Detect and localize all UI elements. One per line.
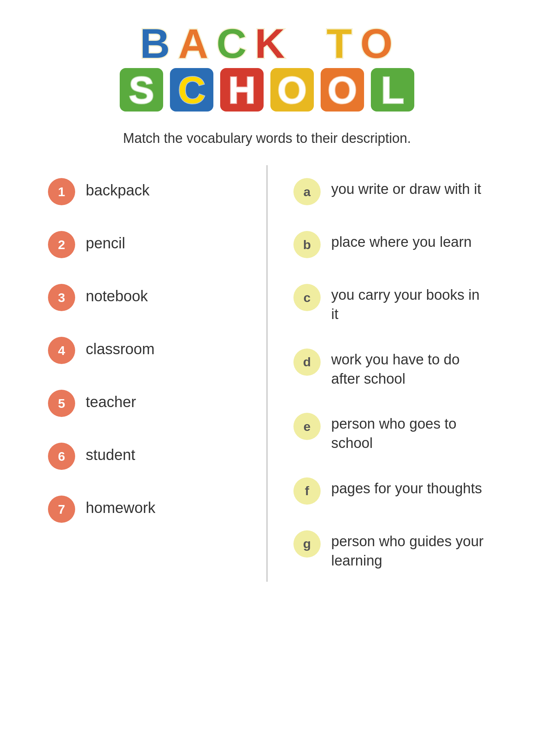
desc-text-e: person who goes to school (331, 411, 486, 453)
vocab-word-5: teacher (86, 388, 136, 411)
desc-item-b: b place where you learn (293, 218, 486, 271)
desc-text-b: place where you learn (331, 229, 472, 252)
desc-item-e: e person who goes to school (293, 400, 486, 465)
title-letter-T: T (327, 23, 353, 64)
let-circle-e: e (293, 413, 321, 440)
vocab-item-6: 6 student (48, 430, 241, 483)
let-circle-c: c (293, 284, 321, 311)
matching-container: 1 backpack 2 pencil 3 notebook 4 classro… (25, 165, 509, 582)
desc-item-g: g person who guides your learning (293, 517, 486, 582)
desc-item-a: a you write or draw with it (293, 165, 486, 218)
let-circle-b: b (293, 231, 321, 258)
let-circle-d: d (293, 349, 321, 376)
desc-item-d: d work you have to do after school (293, 336, 486, 400)
vocab-item-3: 3 notebook (48, 271, 241, 324)
vocab-item-7: 7 homework (48, 483, 241, 536)
title-letter-O: O (360, 23, 394, 64)
num-circle-2: 2 (48, 231, 75, 258)
vocab-column: 1 backpack 2 pencil 3 notebook 4 classro… (25, 165, 263, 582)
desc-item-f: f pages for your thoughts (293, 465, 486, 517)
desc-text-f: pages for your thoughts (331, 476, 482, 498)
vocab-word-4: classroom (86, 335, 154, 358)
title-letter-A: A (178, 23, 210, 64)
num-circle-6: 6 (48, 443, 75, 470)
title-letter-L: L (371, 68, 414, 112)
num-circle-5: 5 (48, 390, 75, 417)
title-letter-S: S (120, 68, 163, 112)
title-letter-H: H (220, 68, 264, 112)
title-letter-O1: O (270, 68, 314, 112)
desc-text-a: you write or draw with it (331, 177, 481, 199)
vocab-word-6: student (86, 441, 135, 463)
vocab-word-1: backpack (86, 177, 150, 199)
vocab-item-4: 4 classroom (48, 324, 241, 377)
vocab-item-5: 5 teacher (48, 377, 241, 430)
title-line2: S C H O O L (120, 68, 414, 112)
desc-text-c: you carry your books in it (331, 282, 486, 324)
vocab-word-7: homework (86, 494, 156, 516)
title-block: B A C K T O S C H O O L (120, 23, 414, 115)
let-circle-a: a (293, 178, 321, 205)
let-circle-g: g (293, 530, 321, 558)
vocab-word-3: notebook (86, 282, 148, 305)
desc-column: a you write or draw with it b place wher… (263, 165, 509, 582)
divider (267, 165, 267, 582)
vocab-item-1: 1 backpack (48, 165, 241, 218)
desc-text-g: person who guides your learning (331, 529, 486, 571)
title-line1: B A C K T O (140, 23, 394, 64)
num-circle-1: 1 (48, 178, 75, 205)
title-letter-space (300, 23, 313, 64)
title-letter-C2: C (170, 68, 213, 112)
subtitle: Match the vocabulary words to their desc… (123, 130, 411, 146)
num-circle-7: 7 (48, 496, 75, 523)
num-circle-4: 4 (48, 337, 75, 364)
let-circle-f: f (293, 477, 321, 505)
num-circle-3: 3 (48, 284, 75, 311)
desc-item-c: c you carry your books in it (293, 271, 486, 336)
title-letter-K: K (255, 23, 286, 64)
desc-text-d: work you have to do after school (331, 347, 486, 389)
title-letter-C: C (216, 23, 248, 64)
vocab-item-2: 2 pencil (48, 218, 241, 271)
title-letter-B: B (140, 23, 171, 64)
vocab-word-2: pencil (86, 229, 125, 252)
title-letter-O2: O (321, 68, 364, 112)
